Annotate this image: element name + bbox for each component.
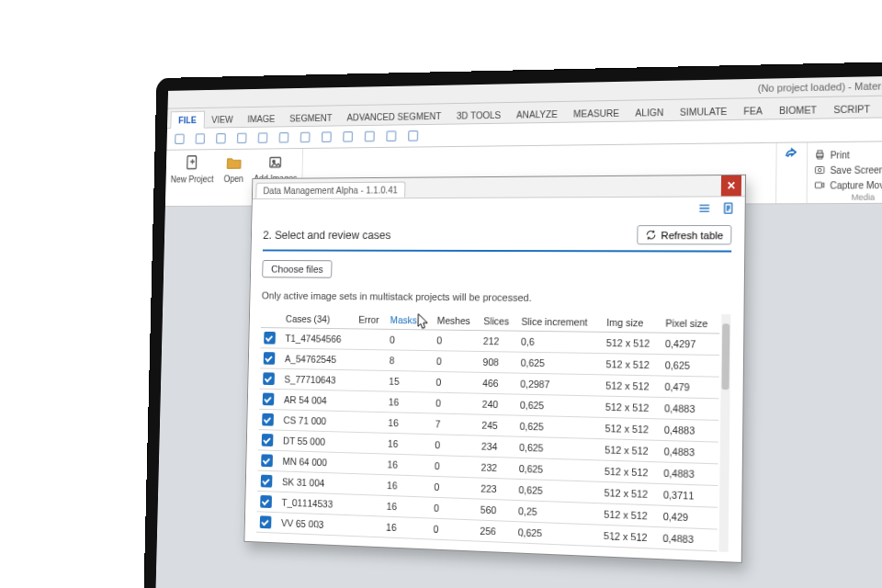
close-icon[interactable]: ✕ (721, 175, 741, 197)
toolbar-icon[interactable] (406, 129, 420, 143)
ribbon-tab-simulate[interactable]: SIMULATE (672, 103, 735, 120)
toolbar-icon[interactable] (173, 132, 186, 146)
cell-error (355, 329, 387, 350)
toolbar-icon[interactable] (384, 129, 398, 143)
refresh-icon (645, 229, 657, 241)
cell-name: A_54762545 (281, 348, 355, 370)
cell-name: MN 64 000 (279, 451, 353, 474)
share-icon[interactable] (782, 147, 801, 166)
toolbar-icon[interactable] (299, 130, 312, 145)
cell-error (352, 453, 384, 475)
table-scrollbar[interactable] (719, 314, 731, 552)
ribbon-tab-file[interactable]: FILE (170, 111, 204, 129)
cell-name: VV 65 003 (277, 513, 351, 537)
row-checkbox[interactable] (263, 393, 275, 406)
ribbon-tab-my-tab[interactable]: MY TAB (878, 99, 882, 118)
dialog-title: Data Management Alpha - 1.1.0.41 (255, 182, 405, 198)
cell-name: T_01114533 (278, 492, 352, 514)
cell-meshes: 0 (432, 435, 479, 457)
open-button[interactable]: Open (218, 153, 249, 184)
row-checkbox[interactable] (263, 373, 275, 386)
cell-slice-inc: 0,625 (516, 394, 602, 417)
svg-rect-5 (279, 133, 288, 142)
toolbar-icon[interactable] (320, 130, 334, 144)
row-checkbox[interactable] (262, 413, 274, 426)
cell-meshes: 7 (432, 413, 479, 435)
cell-pixel-size: 0,4883 (661, 419, 718, 442)
row-checkbox[interactable] (261, 455, 273, 468)
col-error[interactable]: Error (355, 311, 387, 329)
cell-masks: 16 (384, 433, 432, 455)
toolbar-icon[interactable] (363, 130, 377, 144)
svg-rect-2 (217, 134, 226, 143)
row-checkbox[interactable] (261, 475, 273, 488)
cell-pixel-size: 0,479 (661, 376, 718, 399)
ribbon-tab-image[interactable]: IMAGE (240, 110, 282, 127)
col-masks-label: Masks (390, 314, 416, 325)
cell-slice-inc: 0,2987 (516, 373, 602, 396)
screen: (No project loaded) - Materialise Mimics… (154, 74, 882, 588)
ribbon-tab-align[interactable]: ALIGN (628, 104, 673, 121)
ribbon-tab-advanced-segment[interactable]: ADVANCED SEGMENT (339, 107, 448, 125)
ribbon-tab-view[interactable]: VIEW (204, 111, 240, 128)
row-checkbox[interactable] (264, 332, 276, 345)
ribbon-tab-fea[interactable]: FEA (735, 102, 771, 119)
row-checkbox[interactable] (260, 516, 272, 529)
cell-pixel-size: 0,4883 (660, 440, 718, 463)
data-management-dialog: Data Management Alpha - 1.1.0.41 ✕ 2. Se… (243, 175, 746, 563)
toolbar-icon[interactable] (214, 131, 227, 145)
row-checkbox[interactable] (260, 495, 272, 508)
ribbon-tab-3d-tools[interactable]: 3D TOOLS (448, 107, 508, 124)
cell-img-size: 512 x 512 (602, 375, 661, 398)
cell-slices: 245 (478, 414, 515, 436)
cell-masks: 16 (385, 391, 433, 413)
cell-meshes: 0 (433, 351, 480, 373)
dialog-titlebar[interactable]: Data Management Alpha - 1.1.0.41 ✕ (253, 175, 745, 199)
cell-name: DT 55 000 (279, 430, 353, 453)
ribbon-tab-script[interactable]: SCRIPT (825, 100, 878, 118)
cell-slices: 466 (479, 372, 516, 394)
print-label: Print (831, 150, 850, 161)
col-slices[interactable]: Slices (480, 311, 517, 331)
svg-rect-6 (300, 132, 310, 141)
row-checkbox[interactable] (264, 352, 276, 365)
scrollbar-thumb[interactable] (721, 323, 729, 390)
refresh-label: Refresh table (661, 230, 723, 241)
toolbar-icon[interactable] (256, 130, 269, 144)
capture-movie-button[interactable]: Capture Movie (813, 178, 882, 192)
save-screenshot-button[interactable]: Save Screenshot (813, 163, 882, 176)
cell-meshes: 0 (431, 455, 478, 477)
refresh-table-button[interactable]: Refresh table (637, 225, 732, 244)
col-meshes[interactable]: Meshes (434, 311, 481, 331)
toolbar-icon[interactable] (277, 130, 291, 144)
document-icon[interactable] (721, 200, 736, 215)
choose-files-button[interactable]: Choose files (262, 260, 333, 278)
print-button[interactable]: Print (813, 147, 882, 161)
cell-name: T1_47454566 (282, 328, 356, 349)
svg-rect-11 (409, 131, 418, 141)
col-cases[interactable]: Cases (34) (282, 310, 356, 329)
toolbar-icon[interactable] (235, 131, 248, 145)
window-title: (No project loaded) - Materialise Mimics… (758, 78, 882, 94)
cell-masks: 16 (385, 413, 433, 435)
menu-icon[interactable] (697, 201, 712, 216)
ribbon-tab-measure[interactable]: MEASURE (565, 105, 628, 122)
cell-slice-inc: 0,625 (515, 436, 601, 460)
col-pixel-size[interactable]: Pixel size (662, 313, 719, 334)
ribbon-tab-analyze[interactable]: ANALYZE (508, 106, 565, 123)
ribbon-tab-biomet[interactable]: BIOMET (771, 101, 825, 119)
cell-pixel-size: 0,4883 (659, 527, 718, 551)
dialog-toolbar (252, 197, 745, 220)
col-img-size[interactable]: Img size (603, 313, 662, 333)
row-checkbox[interactable] (262, 434, 274, 447)
col-slice-increment[interactable]: Slice increment (517, 312, 603, 333)
new-project-button[interactable]: New Project (171, 153, 214, 185)
toolbar-icon[interactable] (194, 131, 207, 145)
svg-rect-7 (322, 132, 331, 141)
cell-slices: 223 (477, 478, 514, 500)
hint-text: Only active image sets in multistack pro… (262, 290, 731, 305)
toolbar-icon[interactable] (341, 130, 355, 144)
ribbon-tab-segment[interactable]: SEGMENT (282, 109, 340, 126)
cell-error (354, 370, 386, 391)
col-masks[interactable]: Masks ↑ (387, 311, 435, 330)
